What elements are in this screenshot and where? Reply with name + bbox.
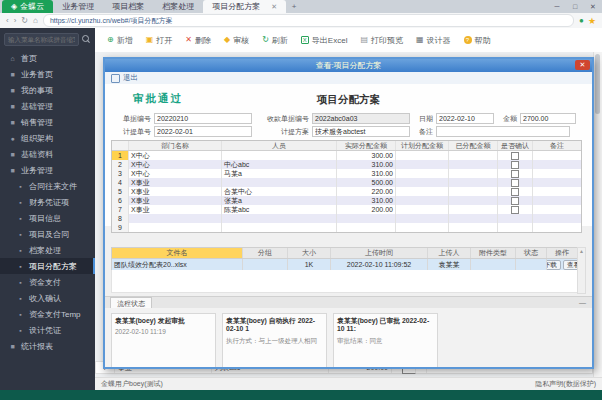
- doc-icon: ▪: [16, 311, 25, 318]
- window-maximize-icon[interactable]: □: [566, 3, 584, 10]
- confirm-checkbox[interactable]: [511, 197, 519, 205]
- table-row[interactable]: 1 X中心 300.00: [112, 151, 581, 160]
- confirm-checkbox[interactable]: [511, 152, 519, 160]
- refresh-button[interactable]: ↻刷新: [262, 35, 288, 46]
- table-row[interactable]: 9: [112, 223, 581, 232]
- sidebar-item[interactable]: ▪收入确认: [0, 290, 95, 306]
- dialog-titlebar[interactable]: 查看:项目分配方案 ✕: [105, 59, 592, 72]
- home-icon[interactable]: ⌂: [33, 17, 38, 25]
- dialog-title: 查看:项目分配方案: [315, 60, 381, 71]
- scrollbar-thumb[interactable]: [595, 54, 600, 114]
- print-preview-button[interactable]: ▤打印预览: [360, 35, 403, 46]
- flow-card[interactable]: 袁某某(boey) 已审批 2022-02-10 11: 审批结果：同意: [333, 313, 438, 367]
- sidebar-item[interactable]: ▪项目及合同: [0, 226, 95, 242]
- col-filename: 文件名: [112, 248, 243, 258]
- reload-icon[interactable]: ↻: [21, 17, 28, 25]
- dialog-close-icon[interactable]: ✕: [575, 60, 590, 70]
- bookmark-star-icon[interactable]: ★: [588, 16, 596, 26]
- amount-field[interactable]: [520, 113, 576, 124]
- table-row[interactable]: 3 X中心 马某a 310.00: [112, 169, 581, 178]
- remark-field[interactable]: [436, 126, 570, 137]
- delete-button[interactable]: ✕删除: [185, 35, 211, 46]
- sidebar-item[interactable]: ■基础管理: [0, 98, 95, 114]
- date-field[interactable]: [436, 113, 494, 124]
- download-button[interactable]: 下载: [547, 260, 561, 270]
- sidebar-item[interactable]: ▪资金支付: [0, 274, 95, 290]
- sidebar-item[interactable]: ▪设计凭证: [0, 322, 95, 338]
- exit-button[interactable]: 退出: [123, 73, 138, 83]
- table-row[interactable]: 8: [112, 214, 581, 223]
- attachment-scrollbar[interactable]: ▲: [577, 247, 586, 294]
- folder-icon: ■: [8, 119, 17, 126]
- sidebar-item-label: 项目及合同: [29, 229, 69, 240]
- sidebar-item-label: 合同往来文件: [29, 181, 77, 192]
- button-label: 新增: [117, 35, 133, 46]
- audit-button[interactable]: ◆审核: [224, 35, 249, 46]
- col-group: 分组: [243, 248, 288, 258]
- sidebar-item[interactable]: ■我的事项: [0, 82, 95, 98]
- table-row[interactable]: 2 X中心 中心abc 310.00: [112, 160, 581, 169]
- help-button[interactable]: ?帮助: [464, 35, 491, 46]
- view-button[interactable]: 查看: [563, 260, 577, 270]
- back-icon[interactable]: ‹: [6, 17, 9, 25]
- table-row[interactable]: 7 X事业 陈某abc 200.00: [112, 205, 581, 214]
- table-row[interactable]: 5 X事业 合某中心 220.00: [112, 187, 581, 196]
- workspace-scrollbar[interactable]: [593, 52, 602, 378]
- designer-button[interactable]: ▦设计器: [416, 35, 451, 46]
- search-icon[interactable]: [82, 35, 91, 44]
- url-input[interactable]: https://cl.yunzhu.cn/web#/项目分配方案: [43, 14, 574, 27]
- row-number: 4: [112, 178, 129, 187]
- col-planned: 计划分配金额: [396, 141, 449, 150]
- confirm-checkbox[interactable]: [511, 206, 519, 214]
- table-row[interactable]: 6 X事业 张某a 310.00: [112, 196, 581, 205]
- sidebar-item[interactable]: ▪财务凭证项: [0, 194, 95, 210]
- sidebar-item[interactable]: ▪项目信息: [0, 210, 95, 226]
- flow-card[interactable]: 袁某某(boey) 发起审批 2022-02-10 11:19: [111, 313, 216, 367]
- status-privacy-link[interactable]: 隐私声明(数据保护): [535, 379, 596, 389]
- sidebar-item[interactable]: ●组织架构: [0, 130, 95, 146]
- confirm-checkbox[interactable]: [511, 161, 519, 169]
- new-tab-button[interactable]: +: [286, 0, 302, 13]
- menu-search-input[interactable]: [4, 33, 79, 46]
- doc-icon: ▪: [16, 247, 25, 254]
- flow-card-title: 袁某某(boey) 自动执行 2022-02-10 1: [226, 317, 323, 334]
- browser-tab-home[interactable]: ◈ 金蝶云: [2, 0, 53, 13]
- plan-field[interactable]: [312, 126, 410, 137]
- sidebar-item[interactable]: ■统计报表: [0, 338, 95, 354]
- recv-no-field[interactable]: [312, 113, 410, 124]
- sidebar-item[interactable]: ▪合同往来文件: [0, 178, 95, 194]
- flow-card[interactable]: 袁某某(boey) 自动执行 2022-02-10 1 执行方式：与上一级处理人…: [222, 313, 327, 367]
- export-excel-button[interactable]: X导出Excel: [301, 35, 348, 46]
- confirm-checkbox[interactable]: [511, 179, 519, 187]
- workspace: 7 事业 列表abc 200.00 查看:项目分配方案 ✕ 退出 审批通过 项目…: [95, 52, 602, 378]
- window-minimize-icon[interactable]: ─: [548, 3, 566, 10]
- window-close-icon[interactable]: ✕: [584, 3, 602, 11]
- accrual-no-field[interactable]: [154, 126, 252, 137]
- doc-no-field[interactable]: [154, 113, 252, 124]
- sidebar-item[interactable]: ■业务首页: [0, 66, 95, 82]
- confirm-checkbox[interactable]: [511, 188, 519, 196]
- new-button[interactable]: ⊕新增: [107, 35, 133, 46]
- doc-no-label: 单据编号: [111, 114, 151, 124]
- browser-tab[interactable]: 档案处理: [153, 0, 203, 13]
- extension-icon[interactable]: ●: [579, 16, 584, 25]
- table-row[interactable]: 4 X事业 500.00: [112, 178, 581, 187]
- forward-icon[interactable]: ›: [14, 17, 17, 25]
- open-button[interactable]: ▣打开: [146, 35, 173, 46]
- sidebar-item[interactable]: ▪档案处理: [0, 242, 95, 258]
- sidebar-item-home[interactable]: ⌂首页: [0, 50, 95, 66]
- sidebar-item[interactable]: ▪资金支付Temp: [0, 306, 95, 322]
- sidebar-item[interactable]: ■业务管理: [0, 162, 95, 178]
- browser-tab[interactable]: 项目档案: [103, 0, 153, 13]
- tab-label: 项目档案: [112, 1, 144, 12]
- tab-close-icon[interactable]: ✕: [271, 3, 277, 11]
- browser-tab-active[interactable]: 项目分配方案 ✕: [203, 0, 286, 13]
- sidebar-item-active[interactable]: ▪项目分配方案: [0, 258, 95, 274]
- sidebar-item[interactable]: ■基础资料: [0, 146, 95, 162]
- browser-tab[interactable]: 业务管理: [53, 0, 103, 13]
- sidebar-item[interactable]: ■销售管理: [0, 114, 95, 130]
- row-number: 8: [112, 214, 129, 223]
- confirm-checkbox[interactable]: [511, 170, 519, 178]
- form-fields: 单据编号 收款单据编号 日期 金额 计提单号 计提方案: [111, 112, 586, 138]
- accrual-no-label: 计提单号: [111, 127, 151, 137]
